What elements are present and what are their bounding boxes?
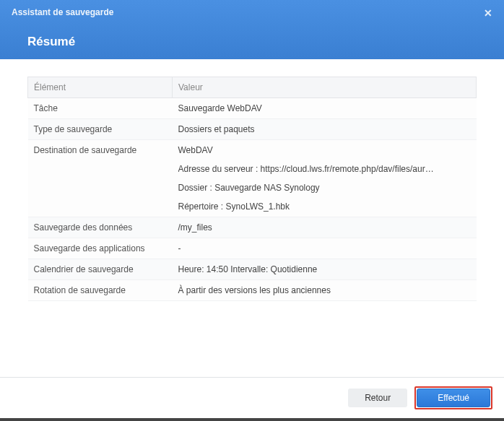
- dialog-footer: Retour Effectué: [0, 377, 504, 418]
- dest-line-dir: Répertoire : SynoLWS_1.hbk: [178, 197, 471, 212]
- table-row: Tâche Sauvegarde WebDAV: [28, 98, 477, 119]
- table-row: Sauvegarde des données /my_files: [28, 217, 477, 238]
- cell-value: WebDAV Adresse du serveur : https://clou…: [173, 140, 477, 217]
- close-icon[interactable]: ✕: [481, 6, 495, 20]
- cell-label: Sauvegarde des applications: [28, 238, 173, 259]
- dest-line-type: WebDAV: [178, 145, 471, 160]
- app-title: Assistant de sauvegarde: [12, 7, 492, 17]
- page-title: Résumé: [27, 35, 492, 49]
- summary-table: Élément Valeur Tâche Sauvegarde WebDAV T…: [27, 77, 477, 301]
- dialog-content: Élément Valeur Tâche Sauvegarde WebDAV T…: [0, 59, 504, 377]
- cell-value: Heure: 14:50 Intervalle: Quotidienne: [173, 259, 477, 280]
- done-button[interactable]: Effectué: [417, 389, 490, 407]
- cell-label: Type de sauvegarde: [28, 119, 173, 140]
- table-row: Calendrier de sauvegarde Heure: 14:50 In…: [28, 259, 477, 280]
- table-row: Type de sauvegarde Dossiers et paquets: [28, 119, 477, 140]
- cell-label: Sauvegarde des données: [28, 217, 173, 238]
- table-row: Rotation de sauvegarde À partir des vers…: [28, 280, 477, 301]
- table-row: Destination de sauvegarde WebDAV Adresse…: [28, 140, 477, 217]
- cell-label: Destination de sauvegarde: [28, 140, 173, 217]
- dest-line-folder: Dossier : Sauvegarde NAS Synology: [178, 178, 471, 197]
- cell-label: Tâche: [28, 98, 173, 119]
- table-row: Sauvegarde des applications -: [28, 238, 477, 259]
- back-button[interactable]: Retour: [348, 389, 407, 407]
- cell-label: Calendrier de sauvegarde: [28, 259, 173, 280]
- cell-value: À partir des versions les plus anciennes: [173, 280, 477, 301]
- backup-wizard-dialog: Assistant de sauvegarde Résumé ✕ Élément…: [0, 0, 504, 418]
- cell-value: /my_files: [173, 217, 477, 238]
- cell-value: Sauvegarde WebDAV: [173, 98, 477, 119]
- done-button-highlight: Effectué: [414, 386, 492, 409]
- col-header-element: Élément: [28, 77, 173, 98]
- cell-label: Rotation de sauvegarde: [28, 280, 173, 301]
- cell-value: Dossiers et paquets: [173, 119, 477, 140]
- dest-line-server: Adresse du serveur : https://cloud.lws.f…: [178, 160, 459, 178]
- cell-value: -: [173, 238, 477, 259]
- col-header-value: Valeur: [173, 77, 477, 98]
- dialog-header: Assistant de sauvegarde Résumé ✕: [0, 0, 504, 59]
